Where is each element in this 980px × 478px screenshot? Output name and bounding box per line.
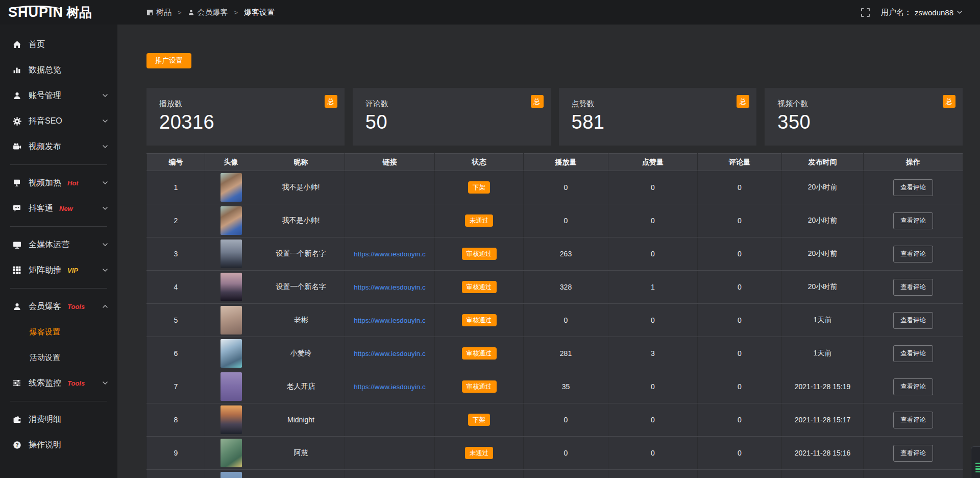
sidebar-item-video-publish[interactable]: 视频发布	[0, 134, 117, 159]
user-menu[interactable]: 用户名： zswodun88	[881, 8, 963, 17]
sidebar-subitem-baoke-settings[interactable]: 爆客设置	[0, 319, 117, 345]
cell-id: 4	[147, 271, 205, 304]
cell-comments: 0	[698, 437, 782, 470]
sidebar-subitem-activity-settings[interactable]: 活动设置	[0, 345, 117, 370]
view-comments-button[interactable]: 查看评论	[893, 212, 933, 229]
floating-widget[interactable]	[971, 446, 980, 478]
col-header-status: 状态	[435, 154, 524, 171]
cell-comments: 0	[698, 403, 782, 437]
avatar	[220, 273, 242, 301]
cell-time: 2021-11-28 15:16	[782, 437, 864, 470]
sidebar-divider	[10, 226, 107, 227]
sidebar-item-label: 视频加热	[29, 178, 61, 188]
video-camera-icon	[12, 142, 21, 151]
status-badge: 审核通过	[462, 380, 497, 393]
avatar	[220, 472, 242, 478]
video-link[interactable]: https://www.iesdouyin.c	[354, 283, 425, 291]
video-link[interactable]: https://www.iesdouyin.c	[354, 383, 425, 391]
table-row: 8 Midnight 下架 0 0 0 2021-11-28 15:17 查看评…	[147, 403, 963, 437]
tools-tag: Tools	[67, 303, 85, 310]
user-label: 用户名：	[881, 8, 912, 17]
widget-bar	[975, 468, 980, 470]
cell-link: https://www.iesdouyin.c	[345, 370, 435, 403]
view-comments-button[interactable]: 查看评论	[893, 279, 933, 296]
cell-status: 未通过	[435, 437, 524, 470]
view-comments-button[interactable]: 查看评论	[893, 345, 933, 362]
sidebar-item-label: 线索监控	[29, 378, 61, 389]
cell-action: 查看评论	[864, 304, 963, 337]
sidebar-item-video-heat[interactable]: 视频加热 Hot	[0, 170, 117, 196]
sidebar-item-label: 矩阵助推	[29, 265, 61, 276]
fullscreen-icon[interactable]	[861, 8, 870, 17]
view-comments-button[interactable]: 查看评论	[893, 179, 933, 196]
bar-chart-icon	[12, 65, 21, 75]
cell-nickname	[257, 470, 345, 478]
sidebar-divider	[10, 164, 107, 165]
sidebar-item-account[interactable]: 账号管理	[0, 83, 117, 108]
cell-id: 7	[147, 370, 205, 403]
cell-plays: 281	[524, 337, 608, 370]
cell-action: 查看评论	[864, 403, 963, 437]
cell-comments: 0	[698, 271, 782, 304]
cell-time: 20小时前	[782, 237, 864, 271]
cell-time: 2021-11-28 15:17	[782, 403, 864, 437]
chevron-down-icon	[102, 118, 108, 124]
sidebar-item-douyin-seo[interactable]: 抖音SEO	[0, 108, 117, 134]
status-badge: 下架	[468, 414, 490, 426]
cell-comments: 0	[698, 304, 782, 337]
cell-id: 6	[147, 337, 205, 370]
video-link[interactable]: https://www.iesdouyin.c	[354, 317, 425, 324]
sidebar-item-member-baoke[interactable]: 会员爆客 Tools	[0, 294, 117, 319]
col-header-action: 操作	[864, 154, 963, 171]
total-badge: 总	[531, 95, 544, 108]
widget-bar	[975, 466, 980, 467]
table-header-row: 编号 头像 昵称 链接 状态 播放量 点赞量 评论量 发布时间 操作	[147, 154, 963, 171]
cell-status: 审核通过	[435, 370, 524, 403]
sidebar-item-clue-monitor[interactable]: 线索监控 Tools	[0, 370, 117, 396]
cell-time: 20小时前	[782, 171, 864, 204]
user-icon	[188, 9, 194, 16]
view-comments-button[interactable]: 查看评论	[893, 378, 933, 395]
promo-settings-button[interactable]: 推广设置	[146, 53, 191, 68]
sidebar-item-matrix-boost[interactable]: 矩阵助推 VIP	[0, 257, 117, 283]
stat-card-likes: 点赞数 581 总	[559, 88, 757, 146]
cell-likes: 0	[608, 437, 698, 470]
cell-plays: 328	[524, 271, 608, 304]
sidebar-subitem-label: 活动设置	[30, 353, 60, 363]
cell-action: 查看评论	[864, 271, 963, 304]
sidebar-item-help[interactable]: ? 操作说明	[0, 432, 117, 458]
stat-value: 350	[777, 111, 963, 133]
video-link[interactable]: https://www.iesdouyin.c	[354, 350, 425, 357]
topbar-right: 用户名： zswodun88	[861, 8, 980, 17]
stat-label: 点赞数	[572, 99, 757, 109]
breadcrumb-label: 会员爆客	[198, 8, 228, 17]
view-comments-button[interactable]: 查看评论	[893, 412, 933, 428]
cell-link	[345, 204, 435, 237]
sidebar-item-consumption-detail[interactable]: 消费明细	[0, 407, 117, 432]
cell-link: https://www.iesdouyin.c	[345, 237, 435, 271]
sidebar-item-douketong[interactable]: 抖客通 New	[0, 196, 117, 221]
cell-id: 9	[147, 437, 205, 470]
sidebar-item-label: 消费明细	[29, 414, 61, 425]
sidebar-item-home[interactable]: 首页	[0, 32, 117, 57]
cell-link: https://www.iesdouyin.c	[345, 271, 435, 304]
video-link[interactable]: https://www.iesdouyin.c	[354, 250, 425, 258]
sidebar-item-label: 抖音SEO	[29, 116, 62, 127]
total-badge: 总	[325, 95, 337, 108]
view-comments-button[interactable]: 查看评论	[893, 246, 933, 262]
chevron-down-icon	[102, 92, 108, 99]
table-row: 9 阿慧 未通过 0 0 0 2021-11-28 15:16 查看评论	[147, 437, 963, 470]
cell-action: 查看评论	[864, 337, 963, 370]
breadcrumb-item-member[interactable]: 会员爆客	[188, 8, 228, 17]
sidebar-item-label: 数据总览	[29, 65, 61, 76]
sidebar-item-data-overview[interactable]: 数据总览	[0, 57, 117, 83]
breadcrumb-item-home[interactable]: 树品	[146, 8, 172, 17]
sidebar-item-media-operation[interactable]: 全媒体运营	[0, 232, 117, 257]
status-badge: 下架	[468, 181, 490, 194]
cell-avatar	[205, 204, 257, 237]
cell-avatar	[205, 403, 257, 437]
view-comments-button[interactable]: 查看评论	[893, 445, 933, 462]
view-comments-button[interactable]: 查看评论	[893, 312, 933, 329]
chevron-down-icon	[102, 267, 108, 273]
hot-tag: Hot	[67, 179, 79, 187]
